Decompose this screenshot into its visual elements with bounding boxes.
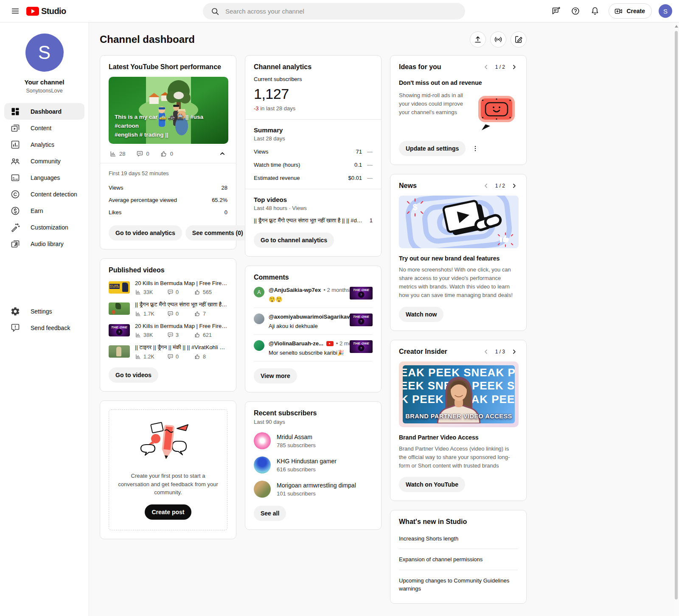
page-scrollbar[interactable] [673,22,679,616]
upload-videos-button[interactable] [470,31,486,48]
subscriber-row[interactable]: Mridul Assam 785 subscribers [254,432,373,449]
sidebar-nav: Dashboard Content Analytics Community La… [0,103,89,336]
whats-new-item[interactable]: Upcoming changes to Community Guidelines… [399,570,518,595]
go-to-channel-analytics-button[interactable]: Go to channel analytics [254,232,334,248]
create-post-button-header[interactable] [511,31,527,48]
comment-row[interactable]: A @AnjuSaikia-wp7ex • 2 months ago 😲😲 TH… [254,281,373,308]
channel-avatar[interactable]: S [25,34,64,72]
chevron-left-icon [483,182,490,190]
summary-row-revenue: Estimated revenue $0.01 — [254,171,373,185]
whats-new-item[interactable]: Expansion of channel permissions [399,549,518,570]
short-comments-stat: 0 [136,150,149,157]
published-video-row[interactable]: EPIC GAME ADVENTURE 20 Kills in Bermuda … [109,280,227,295]
page-actions [470,31,527,48]
news-banner-image[interactable]: $ [399,196,519,248]
column-2: Channel analytics Current subscribers 1,… [245,55,382,530]
news-item-body: No more screenshots! With one click, you… [399,266,518,300]
short-card-buttons: Go to video analytics See comments (0) [109,225,227,241]
sidebar-item-community[interactable]: Community [0,153,89,169]
see-all-button[interactable]: See all [254,506,286,521]
next-page-button[interactable] [510,63,518,71]
copyright-icon [10,189,20,199]
sidebar-item-label: Content [31,125,51,132]
see-comments-button[interactable]: See comments (0) [185,225,250,241]
previous-page-button[interactable] [483,348,490,356]
published-video-row[interactable]: || ड्रैगन फ्रूट मैंगो एप्पल संतरा भूत नह… [109,301,227,317]
card-title: What's new in Studio [399,518,518,526]
collapse-stats-button[interactable] [218,149,227,158]
comment-text: 😲😲 [269,296,345,302]
top-video-row[interactable]: || ड्रैगन फ्रूट मैंगो एप्पल संतरा भूत नह… [254,217,373,224]
magic-wand-icon [10,222,20,232]
comment-text: Aji akou ki dekhuale [269,323,345,329]
search-input[interactable] [225,8,457,15]
metric-row-avg-percentage: Average percentage viewed65.2% [109,194,227,206]
published-video-row[interactable]: || टाइगर || ड्रैगन || मंकी || || #ViratK… [109,344,227,360]
creator-insider-item-title: Brand Partner Video Access [399,434,518,441]
published-video-row[interactable]: THE ONE? 20 Kills in Bermuda Map | Free … [109,323,227,338]
view-more-button[interactable]: View more [254,368,297,384]
subscriber-row[interactable]: Morigoan armwrestling dimpal 101 subscri… [254,481,373,498]
youtube-studio-logo[interactable]: Studio [26,6,66,16]
channel-title: Your channel [0,78,89,86]
top-video-views: 1 [370,217,373,224]
sidebar-item-content-detection[interactable]: Content detection [0,186,89,202]
sidebar-item-label: Customization [31,224,68,231]
topbar-actions: Create S [547,3,672,20]
sidebar-item-customization[interactable]: Customization [0,219,89,235]
sidebar-item-earn[interactable]: Earn [0,202,89,219]
recent-subscribers-card: Recent subscribers Last 90 days Mridul A… [245,401,382,530]
live-icon [494,35,503,44]
subscribers-delta: -3 in last 28 days [254,105,373,112]
next-page-button[interactable] [510,348,518,356]
news-card: News 1 / 2 [390,174,527,331]
search-bar[interactable] [203,3,465,20]
account-avatar[interactable]: S [659,4,672,18]
commenter-name: @axomiyabuwarimoiSagarikav... [269,314,354,320]
sidebar-item-send-feedback[interactable]: Send feedback [0,319,89,336]
more-options-button[interactable] [471,145,479,152]
content-icon [10,123,20,133]
sidebar-item-settings[interactable]: Settings [0,303,89,319]
scroll-up-arrow[interactable] [675,25,678,28]
hamburger-menu-button[interactable] [7,3,24,20]
subscriber-row[interactable]: KHG Hindustan gamer 616 subscribers [254,456,373,473]
trend-flat-icon: — [367,175,373,181]
watch-now-button[interactable]: Watch now [399,307,443,322]
scrollbar-thumb[interactable] [675,31,678,599]
create-button[interactable]: Create [609,3,652,19]
music-note-icon [10,239,20,249]
comment-row[interactable]: @axomiyabuwarimoiSagarikav... • 2 ... Aj… [254,308,373,335]
next-page-button[interactable] [510,182,518,190]
sidebar-item-label: Content detection [31,191,77,198]
watch-on-youtube-button[interactable]: Watch on YouTube [399,477,465,492]
comment-row[interactable]: @ViolinaBaruah-ze... • 2 months ... Mor … [254,335,373,361]
go-to-video-analytics-button[interactable]: Go to video analytics [109,225,182,241]
create-post-button[interactable]: Create post [145,504,191,520]
update-ad-settings-button[interactable]: Update ad settings [399,141,466,156]
thumb-up-icon [194,353,201,360]
notifications-icon-button[interactable] [586,3,603,20]
commenter-avatar [254,314,264,324]
idea-body: Showing mid-roll ads in all your videos … [399,91,471,132]
go-live-button[interactable] [490,31,506,48]
help-icon-button[interactable] [567,3,584,20]
go-to-videos-button[interactable]: Go to videos [109,367,158,383]
short-period-label: First 19 days 52 minutes [109,170,227,176]
creator-insider-thumbnail[interactable]: EAK PEEK SNEAK PE EEK SNEAK PEEK SN K PE… [399,361,519,427]
sidebar-item-content[interactable]: Content [0,120,89,136]
sidebar-item-analytics[interactable]: Analytics [0,136,89,153]
creator-insider-thumbnail-inner: EAK PEEK SNEAK PE EEK SNEAK PEEK SN K PE… [403,365,515,423]
sidebar-item-languages[interactable]: Languages [0,169,89,186]
short-views-stat: 28 [109,150,125,157]
sidebar-item-audio-library[interactable]: Audio library [0,235,89,252]
whats-new-item[interactable]: Increasing Shorts length [399,528,518,549]
previous-page-button[interactable] [483,63,490,71]
card-title: Recent subscribers [254,409,373,417]
sidebar: S Your channel SonytoonsLove Dashboard C… [0,22,89,616]
sidebar-item-dashboard[interactable]: Dashboard [4,103,84,120]
short-video-thumbnail[interactable]: This is a my car 🚕 🚓 🚔 || #usa #cartoon … [109,77,228,144]
feedback-icon-button[interactable] [547,3,564,20]
ad-doodle-illustration [475,91,518,132]
previous-page-button[interactable] [483,182,490,190]
